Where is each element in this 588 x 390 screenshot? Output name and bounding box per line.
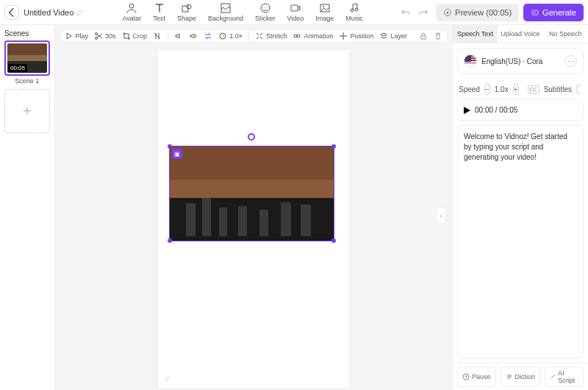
mute-button[interactable] [189, 32, 198, 40]
edit-icon[interactable] [76, 8, 85, 16]
scene-duration: 00:05 [8, 64, 27, 72]
image-icon [319, 2, 331, 14]
tool-image[interactable]: Image [315, 2, 334, 22]
speed-increase-button[interactable]: + [513, 83, 519, 95]
media-badge-icon: ▣ [172, 149, 182, 159]
scenes-panel: Scenes 00:05 Scene 1 + [0, 25, 55, 390]
voice-label: English(US) · Cora [481, 57, 542, 65]
voice-selector[interactable]: English(US) · Cora ⋯ [457, 48, 584, 74]
avatar-icon [126, 2, 137, 14]
wand-icon [550, 373, 556, 380]
right-panel: Speech Text Upload Voice No Speech Engli… [452, 25, 588, 390]
svg-point-9 [323, 6, 324, 7]
resize-handle[interactable] [331, 238, 336, 243]
play-button[interactable]: Play [65, 32, 89, 40]
lock-button[interactable] [419, 32, 428, 40]
position-icon [339, 32, 348, 40]
tool-sticker[interactable]: Sticker [255, 2, 276, 22]
resize-handle[interactable] [168, 238, 172, 243]
animation-icon [293, 32, 301, 40]
svg-point-17 [294, 35, 297, 38]
crop-button[interactable]: Crop [122, 32, 148, 40]
tool-music[interactable]: Music [345, 2, 363, 22]
pause-button[interactable]: Pause [457, 366, 496, 387]
add-scene-button[interactable]: + [4, 89, 50, 133]
canvas[interactable]: ▣ ✔ [158, 50, 349, 389]
background-icon [220, 2, 232, 14]
speed-label: Speed [459, 85, 480, 93]
stretch-icon [255, 32, 264, 40]
audio-time: 00:00 / 00:05 [475, 106, 517, 114]
tab-no-speech[interactable]: No Speech [543, 25, 588, 43]
stretch-button[interactable]: Stretch [255, 32, 287, 40]
scissors-icon [94, 32, 103, 40]
diction-button[interactable]: Diction [501, 366, 541, 387]
video-title[interactable]: Untitled Video [24, 8, 74, 17]
undo-icon[interactable] [401, 7, 411, 18]
top-tools: Avatar Text Shape Background Sticker Vid… [123, 2, 363, 22]
trim-button[interactable]: 30s [94, 32, 116, 40]
speed-decrease-button[interactable]: − [484, 83, 490, 95]
subtitles-toggle[interactable] [576, 85, 582, 94]
ai-script-button[interactable]: AI Script [545, 366, 584, 387]
music-icon [348, 2, 360, 14]
tool-text[interactable]: Text [153, 2, 165, 22]
tab-speech-text[interactable]: Speech Text [453, 25, 498, 43]
sticker-icon [259, 2, 271, 14]
position-button[interactable]: Position [339, 32, 373, 40]
voice-more-icon[interactable]: ⋯ [565, 55, 577, 67]
play-icon [443, 8, 452, 17]
volume-button[interactable] [174, 32, 183, 40]
text-icon [154, 2, 165, 14]
delete-button[interactable] [434, 32, 442, 40]
clock-icon [462, 373, 470, 380]
speed-button[interactable]: 1.0× [218, 32, 243, 40]
speech-tabs: Speech Text Upload Voice No Speech [453, 25, 588, 43]
lock-icon [419, 32, 428, 40]
scene-name: Scene 1 [4, 77, 50, 85]
svg-rect-19 [421, 36, 426, 39]
svg-point-2 [187, 4, 191, 9]
tool-shape[interactable]: Shape [177, 2, 196, 22]
svg-point-0 [129, 4, 134, 8]
redo-icon[interactable] [418, 7, 429, 18]
media-content [170, 146, 334, 241]
scenes-heading: Scenes [4, 29, 50, 38]
generate-button[interactable]: Generate [523, 4, 584, 21]
tool-avatar[interactable]: Avatar [123, 2, 142, 22]
cut-button[interactable] [153, 32, 162, 40]
crop-icon [122, 32, 131, 40]
canvas-toolbar: Play 30s Crop 1.0× Stretch Animation Pos… [60, 29, 448, 43]
preview-button[interactable]: Preview (00:05) [436, 4, 519, 21]
svg-point-5 [263, 7, 264, 8]
speed-value: 1.0x [495, 85, 509, 93]
subtitles-label: Subtitles [544, 85, 572, 93]
back-button[interactable] [4, 5, 19, 20]
rotate-handle[interactable] [248, 133, 255, 141]
gauge-icon [218, 32, 227, 40]
tab-upload-voice[interactable]: Upload Voice [498, 25, 542, 43]
canvas-area: Play 30s Crop 1.0× Stretch Animation Pos… [55, 25, 452, 390]
tool-background[interactable]: Background [208, 2, 243, 22]
watermark-icon: ✔ [164, 372, 173, 384]
video-icon [290, 2, 301, 14]
svg-point-6 [266, 7, 267, 8]
flag-icon [464, 54, 477, 68]
loop-button[interactable] [204, 32, 212, 40]
next-page-button[interactable]: › [436, 208, 446, 224]
svg-rect-1 [182, 6, 188, 12]
preview-audio[interactable]: 00:00 / 00:05 [457, 99, 584, 121]
cut-icon [153, 32, 162, 40]
script-textarea[interactable]: Welcome to Vidnoz! Get started by typing… [457, 125, 584, 358]
top-bar: Untitled Video Avatar Text Shape Backgro… [0, 0, 588, 25]
selected-media[interactable]: ▣ [169, 146, 334, 241]
loop-icon [204, 32, 212, 40]
layer-button[interactable]: Layer [379, 32, 407, 40]
animation-button[interactable]: Animation [293, 32, 333, 40]
scene-thumbnail[interactable]: 00:05 [4, 40, 50, 76]
tool-video[interactable]: Video [287, 2, 304, 22]
chevron-left-icon [5, 6, 18, 19]
svg-point-18 [297, 35, 300, 38]
speaker-icon [189, 32, 198, 40]
play-icon [464, 107, 470, 114]
